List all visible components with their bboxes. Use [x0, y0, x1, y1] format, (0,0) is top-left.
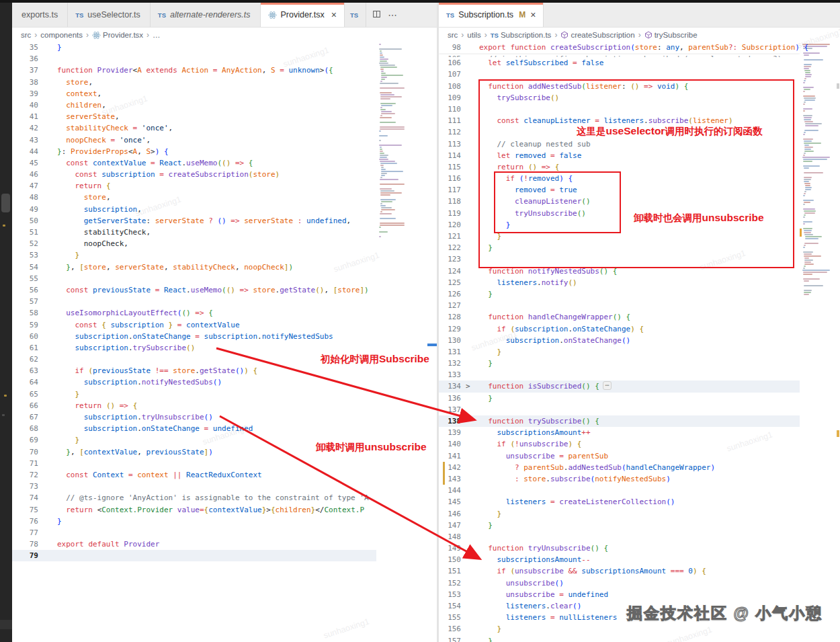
- code-line[interactable]: 66 return () => {: [12, 400, 376, 411]
- code-line[interactable]: 152 unsubscribe(): [439, 577, 800, 589]
- code-line[interactable]: 42 stabilityCheck = 'once',: [12, 122, 376, 134]
- fold-chevron-icon[interactable]: >: [466, 380, 470, 392]
- code-line[interactable]: 139 subscriptionsAmount++: [439, 427, 800, 438]
- code-line[interactable]: 106 let selfSubscribed = false: [439, 57, 800, 69]
- code-line[interactable]: 79: [12, 550, 376, 561]
- code-line[interactable]: 98export function createSubscription(sto…: [439, 42, 800, 53]
- code-line[interactable]: 129 if (subscription.onStateChange) {: [439, 323, 800, 335]
- code-line[interactable]: 78export default Provider: [12, 538, 376, 550]
- code-line[interactable]: 107: [439, 69, 800, 80]
- code-line[interactable]: 118 cleanupListener(): [439, 196, 800, 207]
- code-line[interactable]: 59 const { subscription } = contextValue: [12, 319, 376, 331]
- code-line[interactable]: 76}: [12, 516, 376, 527]
- code-line[interactable]: 35}: [12, 42, 376, 53]
- code-line[interactable]: 43 noopCheck = 'once',: [12, 134, 376, 146]
- tab-exports-ts[interactable]: exports.ts: [12, 3, 68, 27]
- code-line[interactable]: 53 }: [12, 249, 376, 261]
- code-line[interactable]: 143 : store.subscribe(notifyNestedSubs): [439, 473, 800, 485]
- code-line[interactable]: 68 subscription.onStateChange = undefine…: [12, 423, 376, 434]
- code-line[interactable]: 142 ? parentSub.addNestedSub(handleChang…: [439, 462, 800, 473]
- code-line[interactable]: 127: [439, 300, 800, 311]
- code-line[interactable]: 61 subscription.trySubscribe(): [12, 342, 376, 354]
- code-line[interactable]: 151 if (unsubscribe && subscriptionsAmou…: [439, 565, 800, 577]
- code-line[interactable]: 38 store,: [12, 77, 376, 88]
- code-line[interactable]: 58 useIsomorphicLayoutEffect(() => {: [12, 307, 376, 319]
- code-line[interactable]: 71: [12, 458, 376, 469]
- code-line[interactable]: 72 const Context = context || ReactRedux…: [12, 469, 376, 481]
- minimap-left[interactable]: [376, 42, 432, 241]
- code-line[interactable]: 113 // cleanup nested sub: [439, 138, 800, 150]
- code-line[interactable]: 154 listeners.clear(): [439, 600, 800, 612]
- code-line[interactable]: 155 listeners = nullListeners: [439, 612, 800, 623]
- minimap-right[interactable]: [800, 42, 837, 296]
- code-line[interactable]: 65 }: [12, 389, 376, 400]
- code-line[interactable]: 50 getServerState: serverState ? () => s…: [12, 215, 376, 227]
- code-line[interactable]: 56 const previousState = React.useMemo((…: [12, 284, 376, 296]
- code-line[interactable]: 63 if (previousState !== store.getState(…: [12, 365, 376, 376]
- code-line[interactable]: 124 function notifyNestedSubs() {: [439, 266, 800, 277]
- code-line[interactable]: 141 unsubscribe = parentSub: [439, 450, 800, 462]
- code-line[interactable]: 108 function addNestedSub(listener: () =…: [439, 81, 800, 92]
- code-line[interactable]: 36: [12, 53, 376, 65]
- code-line[interactable]: 77: [12, 527, 376, 538]
- code-line[interactable]: 131 }: [439, 346, 800, 358]
- code-line[interactable]: 146 }: [439, 508, 800, 520]
- breadcrumb-item[interactable]: Provider.tsx: [92, 31, 143, 40]
- code-line[interactable]: 126 }: [439, 288, 800, 300]
- code-line[interactable]: 37function Provider<A extends Action = A…: [12, 65, 376, 76]
- code-line[interactable]: 114 let removed = false: [439, 150, 800, 161]
- breadcrumb-item[interactable]: utils: [467, 31, 480, 39]
- code-line[interactable]: 144: [439, 485, 800, 496]
- code-line[interactable]: 115 return () => {: [439, 161, 800, 173]
- code-line[interactable]: 52 noopCheck,: [12, 238, 376, 249]
- close-icon[interactable]: ×: [530, 10, 536, 19]
- code-line[interactable]: 44}: ProviderProps<A, S>) {: [12, 146, 376, 157]
- code-line[interactable]: 149 function tryUnsubscribe() {: [439, 543, 800, 554]
- code-line[interactable]: 55: [12, 273, 376, 284]
- editor-group-divider[interactable]: [437, 3, 439, 642]
- breadcrumb-item[interactable]: …: [153, 31, 161, 39]
- code-line[interactable]: 67 subscription.tryUnsubscribe(): [12, 411, 376, 423]
- close-icon[interactable]: ×: [331, 10, 337, 19]
- folded-code-ellipsis[interactable]: ⋯: [603, 381, 612, 390]
- code-line[interactable]: 132 }: [439, 358, 800, 369]
- tab-useselector-ts[interactable]: TSuseSelector.ts: [68, 3, 151, 27]
- code-line[interactable]: 156 }: [439, 623, 800, 635]
- code-line[interactable]: 57: [12, 296, 376, 307]
- code-line[interactable]: 48 store,: [12, 192, 376, 203]
- more-actions-icon[interactable]: ⋯: [388, 9, 398, 20]
- code-line[interactable]: 121 }: [439, 231, 800, 242]
- code-line[interactable]: 153 unsubscribe = undefined: [439, 589, 800, 600]
- tab-alternate-renderers-ts[interactable]: TSalternate-renderers.ts: [151, 3, 261, 27]
- code-line[interactable]: 128 function handleChangeWrapper() {: [439, 311, 800, 323]
- code-line[interactable]: 137: [439, 404, 800, 415]
- code-line[interactable]: 51 stabilityCheck,: [12, 227, 376, 238]
- code-line[interactable]: 148: [439, 531, 800, 543]
- code-line[interactable]: 54 }, [store, serverState, stabilityChec…: [12, 262, 376, 273]
- breadcrumb-item[interactable]: createSubscription: [560, 31, 634, 39]
- code-line[interactable]: 74 // @ts-ignore 'AnyAction' is assignab…: [12, 492, 376, 504]
- code-line[interactable]: 133: [439, 369, 800, 380]
- code-line[interactable]: 75 return <Context.Provider value={conte…: [12, 504, 376, 516]
- code-line[interactable]: 46 const subscription = createSubscripti…: [12, 169, 376, 180]
- code-line[interactable]: 145 listeners = createListenerCollection…: [439, 496, 800, 508]
- code-line[interactable]: 123: [439, 253, 800, 265]
- code-line[interactable]: 45 const contextValue = React.useMemo(()…: [12, 157, 376, 169]
- code-line[interactable]: 40 children,: [12, 99, 376, 111]
- code-line[interactable]: 140 if (!unsubscribe) {: [439, 438, 800, 450]
- split-editor-icon[interactable]: [372, 9, 381, 21]
- code-line[interactable]: 157 }: [439, 635, 800, 642]
- code-line[interactable]: 130 subscription.onStateChange(): [439, 335, 800, 346]
- editor-left[interactable]: 35}3637function Provider<A extends Actio…: [12, 42, 376, 561]
- code-line[interactable]: 117 removed = true: [439, 184, 800, 196]
- breadcrumb-item[interactable]: trySubscribe: [644, 31, 698, 39]
- tab-provider-tsx[interactable]: Provider.tsx×: [261, 3, 345, 27]
- tab-subscription-ts[interactable]: TSSubscription.tsM×: [439, 3, 544, 27]
- code-line[interactable]: 64 subscription.notifyNestedSubs(): [12, 376, 376, 388]
- code-line[interactable]: 125 listeners.notify(): [439, 277, 800, 288]
- breadcrumb-item[interactable]: src: [21, 31, 31, 39]
- code-line[interactable]: 150 subscriptionsAmount--: [439, 554, 800, 565]
- code-line[interactable]: 47 return {: [12, 180, 376, 192]
- code-line[interactable]: 73: [12, 481, 376, 492]
- code-line[interactable]: 49 subscription,: [12, 204, 376, 215]
